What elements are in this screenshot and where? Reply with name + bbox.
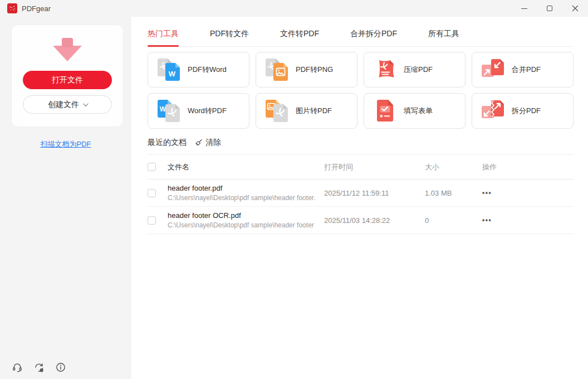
- svg-text:W: W: [169, 70, 176, 78]
- recent-table-header: 文件名 打开时间 大小 操作: [148, 155, 574, 179]
- tool-label: 图片转PDF: [296, 106, 332, 116]
- file-path: C:\Users\nayel\Desktop\pdf sample\header…: [168, 194, 324, 202]
- table-row[interactable]: header footer.pdf C:\Users\nayel\Desktop…: [148, 179, 574, 207]
- file-size: 1.03 MB: [425, 189, 482, 197]
- tool-label: Word转PDF: [188, 106, 227, 116]
- create-file-button[interactable]: 创建文件: [23, 95, 112, 114]
- create-file-label: 创建文件: [48, 100, 79, 110]
- image-to-pdf-icon: [264, 99, 289, 123]
- tool-tabs: 热门工具 PDF转文件 文件转PDF 合并拆分PDF 所有工具: [148, 29, 574, 47]
- sidebar: 打开文件 创建文件 扫描文档为PDF: [0, 17, 131, 379]
- tab-merge-split[interactable]: 合并拆分PDF: [350, 29, 397, 46]
- row-checkbox[interactable]: [148, 189, 156, 197]
- file-path: C:\Users\nayel\Desktop\pdf sample\header…: [168, 221, 324, 229]
- tab-hot-tools[interactable]: 热门工具: [148, 29, 179, 46]
- tool-word-to-pdf[interactable]: W Word转PDF: [148, 93, 249, 129]
- tool-split-pdf[interactable]: 拆分PDF: [472, 93, 574, 129]
- tool-label: 压缩PDF: [404, 65, 433, 75]
- tool-label: PDF转PNG: [296, 65, 333, 75]
- pdf-to-word-icon: W: [156, 57, 181, 82]
- sidebar-footer: [11, 361, 67, 373]
- clear-recent-button[interactable]: 清除: [194, 138, 221, 148]
- file-name: header footer OCR.pdf: [168, 211, 324, 220]
- close-icon: [572, 5, 579, 12]
- titlebar: PDFgear: [0, 0, 588, 17]
- table-row[interactable]: header footer OCR.pdf C:\Users\nayel\Des…: [148, 207, 574, 234]
- support-button[interactable]: [11, 361, 23, 373]
- tab-file-to-pdf[interactable]: 文件转PDF: [280, 29, 319, 46]
- maximize-button[interactable]: [537, 0, 562, 17]
- headset-icon: [12, 362, 23, 373]
- file-cell: header footer OCR.pdf C:\Users\nayel\Des…: [168, 211, 324, 229]
- tool-fill-form[interactable]: 填写表单: [364, 93, 465, 129]
- merge-pdf-icon: [481, 57, 505, 82]
- tool-merge-pdf[interactable]: 合并PDF: [472, 52, 574, 88]
- scan-to-pdf-link[interactable]: 扫描文档为PDF: [0, 139, 131, 149]
- more-actions-button[interactable]: •••: [482, 216, 499, 224]
- fill-form-icon: [373, 99, 397, 123]
- check-update-button[interactable]: [33, 361, 45, 373]
- column-size: 大小: [425, 162, 482, 172]
- recent-documents-header: 最近的文档 清除: [148, 138, 574, 148]
- recent-documents-title: 最近的文档: [148, 138, 187, 148]
- row-checkbox[interactable]: [148, 216, 156, 225]
- open-time: 2025/11/12 11:59:11: [324, 189, 425, 197]
- tool-pdf-to-png[interactable]: PDF转PNG: [256, 52, 357, 88]
- window-controls: [511, 0, 588, 17]
- about-button[interactable]: [55, 361, 67, 373]
- column-file-name: 文件名: [168, 162, 324, 172]
- tool-pdf-to-word[interactable]: W PDF转Word: [148, 52, 249, 88]
- tool-label: 拆分PDF: [512, 106, 541, 116]
- app-logo-icon: [7, 3, 17, 13]
- tool-label: PDF转Word: [188, 65, 227, 75]
- tool-label: 填写表单: [404, 106, 433, 116]
- broom-icon: [194, 139, 203, 147]
- tool-label: 合并PDF: [512, 65, 541, 75]
- column-action: 操作: [482, 162, 574, 172]
- pdf-to-png-icon: [264, 57, 289, 82]
- more-actions-button[interactable]: •••: [482, 189, 499, 197]
- minimize-button[interactable]: [511, 0, 537, 17]
- open-file-card: 打开文件 创建文件: [11, 25, 124, 127]
- tool-compress-pdf[interactable]: 压缩PDF: [364, 52, 465, 88]
- tool-grid: W PDF转Word: [148, 52, 574, 129]
- tab-all-tools[interactable]: 所有工具: [428, 29, 459, 46]
- open-file-button[interactable]: 打开文件: [23, 71, 112, 89]
- open-time: 2025/11/03 14:28:22: [324, 216, 425, 225]
- close-button[interactable]: [562, 0, 588, 17]
- download-arrow-icon: [49, 35, 86, 64]
- chevron-down-icon: [83, 101, 89, 106]
- word-to-pdf-icon: W: [156, 99, 181, 123]
- info-icon: [55, 362, 66, 373]
- pdfgear-window: PDFgear 打开文件 创建文: [0, 0, 588, 379]
- maximize-icon: [547, 6, 552, 11]
- tab-pdf-to-file[interactable]: PDF转文件: [210, 29, 249, 46]
- sync-gear-icon: [33, 362, 45, 373]
- tool-image-to-pdf[interactable]: 图片转PDF: [256, 93, 357, 129]
- file-size: 0: [425, 216, 482, 225]
- file-name: header footer.pdf: [168, 184, 324, 192]
- main-panel: 热门工具 PDF转文件 文件转PDF 合并拆分PDF 所有工具: [131, 17, 588, 379]
- column-open-time: 打开时间: [324, 162, 425, 172]
- select-all-checkbox[interactable]: [148, 163, 156, 171]
- window-title: PDFgear: [22, 4, 51, 13]
- clear-recent-label: 清除: [205, 138, 221, 148]
- file-cell: header footer.pdf C:\Users\nayel\Desktop…: [168, 184, 324, 202]
- minimize-icon: [521, 8, 527, 9]
- split-pdf-icon: [481, 99, 505, 123]
- compress-pdf-icon: [373, 57, 397, 82]
